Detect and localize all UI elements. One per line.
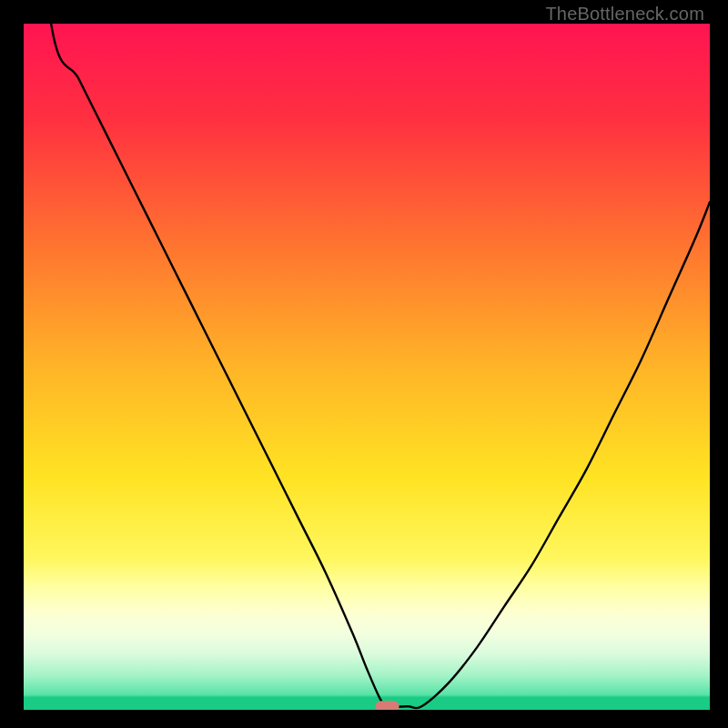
watermark-text: TheBottleneck.com — [545, 4, 704, 25]
chart-frame: TheBottleneck.com — [0, 0, 728, 728]
plot-area — [24, 24, 710, 710]
optimum-marker — [376, 701, 399, 710]
bottleneck-curve — [24, 24, 710, 710]
